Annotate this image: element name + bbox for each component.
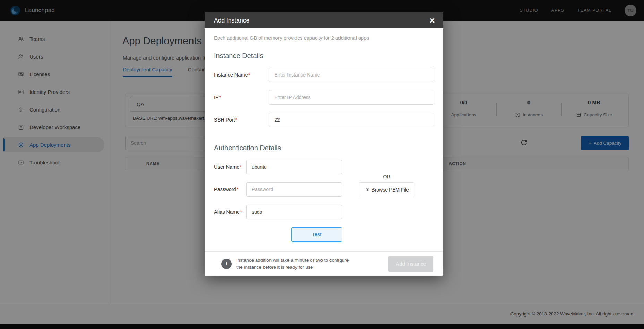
instance-name-input[interactable]: [269, 68, 433, 82]
test-button[interactable]: Test: [291, 227, 342, 242]
required-marker: *: [248, 72, 250, 78]
or-separator: OR: [359, 174, 414, 179]
close-icon[interactable]: ×: [430, 16, 435, 25]
field-row-ip: IP*: [214, 90, 433, 105]
ip-label: IP*: [214, 95, 269, 100]
ssh-port-input[interactable]: [269, 113, 433, 127]
instance-note: Instance addition will take a minute or …: [236, 257, 349, 271]
info-icon: i: [221, 259, 232, 269]
field-row-password: Password*: [214, 182, 342, 197]
section-title-authentication-details: Authentication Details: [214, 144, 281, 152]
field-row-ssh-port: SSH Port*: [214, 113, 433, 127]
alias-name-input[interactable]: [246, 205, 342, 219]
browse-pem-button[interactable]: Browse PEM File: [359, 182, 414, 197]
ssh-port-label: SSH Port*: [214, 117, 269, 123]
required-marker: *: [235, 117, 237, 123]
upload-icon: [364, 187, 370, 193]
required-marker: *: [219, 95, 221, 100]
memory-hint-text: Each additional GB of memory provides ca…: [214, 35, 369, 41]
field-row-alias-name: Alias Name*: [214, 205, 342, 219]
required-marker: *: [240, 209, 242, 215]
modal-footer: i Instance addition will take a minute o…: [205, 251, 443, 276]
user-name-input[interactable]: [246, 160, 342, 174]
field-row-user-name: User Name*: [214, 160, 342, 174]
alias-name-label: Alias Name*: [214, 209, 246, 215]
user-name-label: User Name*: [214, 164, 246, 170]
instance-name-label: Instance Name*: [214, 72, 269, 78]
required-marker: *: [240, 164, 242, 170]
section-title-instance-details: Instance Details: [214, 52, 263, 60]
password-label: Password*: [214, 187, 246, 192]
app-window: Launchpad STUDIO APPS TEAM PORTAL TU Tea…: [0, 0, 644, 329]
add-instance-modal: Add Instance × Each additional GB of mem…: [205, 12, 443, 276]
field-row-instance-name: Instance Name*: [214, 68, 433, 82]
modal-title: Add Instance: [214, 17, 249, 24]
password-input[interactable]: [246, 182, 342, 197]
ip-input[interactable]: [269, 90, 433, 105]
add-instance-button[interactable]: Add Instance: [388, 256, 433, 272]
modal-header: Add Instance ×: [205, 12, 443, 28]
required-marker: *: [237, 187, 239, 192]
